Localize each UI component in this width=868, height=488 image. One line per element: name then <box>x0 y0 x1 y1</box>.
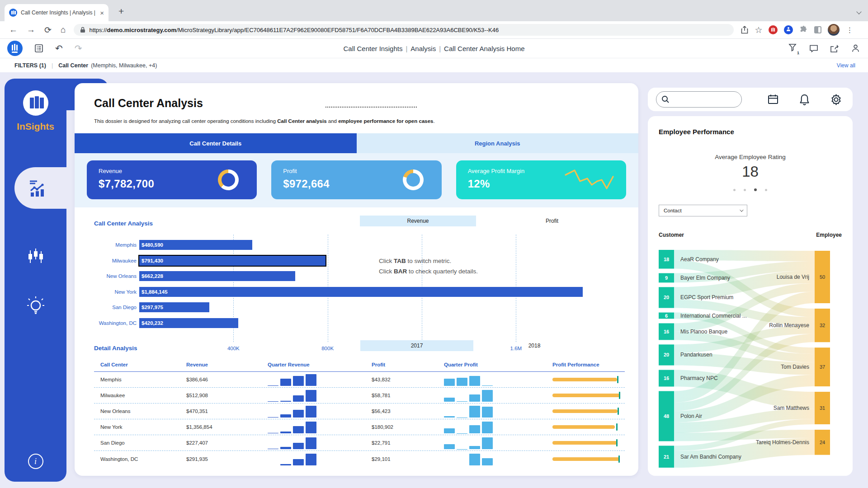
column-header[interactable]: Revenue <box>180 362 261 367</box>
bar-washington-dc[interactable]: $420,232 <box>139 318 238 328</box>
column-header[interactable]: Quarter Profit <box>438 362 546 367</box>
panel-title: Employee Performance <box>659 128 842 136</box>
calendar-icon[interactable] <box>767 94 779 105</box>
tab-call-center-details[interactable]: Call Center Details <box>75 133 357 153</box>
browser-tab[interactable]: Call Center Insights | Analysis | × <box>5 4 108 21</box>
dossier-tabs: Call Center Details Region Analysis <box>75 133 638 153</box>
sidebar-item-candlestick[interactable] <box>5 247 66 268</box>
quarter-mini-chart[interactable] <box>438 389 546 402</box>
tab-close-icon[interactable]: × <box>100 9 104 17</box>
attribute-dropdown[interactable]: Contact <box>659 205 747 216</box>
quarter-mini-chart[interactable] <box>261 453 365 465</box>
cell-call-center: Washington, DC <box>94 456 180 462</box>
node-label: Sar Am Bandhi Company <box>680 454 741 460</box>
pagination-dots[interactable] <box>659 185 842 193</box>
quarter-mini-chart[interactable] <box>261 373 365 386</box>
share-icon[interactable] <box>830 44 840 53</box>
node-value: 21 <box>664 454 669 460</box>
kpi-card-revenue[interactable]: Revenue $7,782,700 <box>87 160 257 199</box>
sidebar-item-analytics-active[interactable] <box>14 167 66 209</box>
sankey-diagram[interactable]: 18AeaR Company9Bayer Elm Company20EGPC S… <box>659 244 842 472</box>
extension-microstrategy-icon[interactable] <box>769 25 778 34</box>
table-of-contents-icon[interactable] <box>34 44 43 53</box>
kpi-card-profit-margin[interactable]: Average Profit Margin 12% <box>456 160 626 199</box>
profile-avatar[interactable] <box>828 24 840 36</box>
view-all-link[interactable]: View all <box>837 62 855 69</box>
insights-logo-icon[interactable] <box>23 90 48 116</box>
bar-value-label: $791,430 <box>142 258 163 263</box>
filter-funnel-icon[interactable]: 1 <box>788 43 797 54</box>
table-row[interactable]: New Orleans$470,351$56,423 <box>94 404 625 419</box>
quarter-mini-chart[interactable] <box>438 436 546 449</box>
metric-tab-revenue[interactable]: Revenue <box>360 216 476 226</box>
share-page-icon[interactable] <box>741 26 748 34</box>
info-icon: i <box>28 454 43 469</box>
quarter-mini-chart[interactable] <box>438 421 546 433</box>
address-bar[interactable]: https://demo.microstrategy.com/MicroStra… <box>74 24 734 36</box>
table-row[interactable]: New York$1,356,854$180,902 <box>94 419 625 435</box>
year-tab-2017[interactable]: 2017 <box>360 340 473 351</box>
profit-performance-bullet <box>552 455 620 463</box>
quarter-mini-chart[interactable] <box>261 405 365 418</box>
quarter-mini-chart[interactable] <box>438 373 546 386</box>
column-header[interactable]: Call Center <box>94 362 180 367</box>
sidebar-item-info[interactable]: i <box>5 454 66 469</box>
table-body: Memphis$386,646$43,832Milwaukee$512,908$… <box>94 372 625 467</box>
extensions-puzzle-icon[interactable] <box>799 26 808 34</box>
column-header[interactable]: Profit Performance <box>546 362 621 367</box>
bar-memphis[interactable]: $480,590 <box>139 240 252 250</box>
year-tab-2018[interactable]: 2018 <box>509 340 559 351</box>
undo-icon[interactable]: ↶ <box>55 43 63 54</box>
quarter-mini-chart[interactable] <box>438 405 546 418</box>
node-label: EGPC Sport Premium <box>680 294 733 300</box>
tab-search-chevron-icon[interactable] <box>857 7 862 12</box>
comments-icon[interactable] <box>809 44 818 53</box>
new-tab-button[interactable]: + <box>118 6 124 17</box>
node-label: Rollin Menayese <box>769 322 809 328</box>
metric-tab-profit[interactable]: Profit <box>529 216 575 226</box>
table-row[interactable]: San Diego$227,407$22,791 <box>94 435 625 451</box>
lock-icon <box>80 27 85 33</box>
quarter-mini-chart[interactable] <box>261 421 365 433</box>
forward-icon[interactable]: → <box>27 25 35 35</box>
cell-profit: $180,902 <box>365 424 438 430</box>
redo-icon[interactable]: ↷ <box>75 43 82 54</box>
profit-performance-bullet <box>552 407 620 415</box>
filter-name[interactable]: Call Center <box>58 62 88 69</box>
bookmark-star-icon[interactable]: ☆ <box>755 25 762 35</box>
cell-revenue: $1,356,854 <box>180 424 261 430</box>
cell-revenue: $291,935 <box>180 456 261 462</box>
reload-icon[interactable]: ⟳ <box>44 25 52 35</box>
sidebar-item-insights[interactable] <box>5 295 66 318</box>
notifications-bell-icon[interactable] <box>799 94 810 106</box>
home-icon[interactable]: ⌂ <box>61 25 66 35</box>
quarter-mini-chart[interactable] <box>438 453 546 465</box>
table-row[interactable]: Washington, DC$291,935$29,101 <box>94 451 625 467</box>
library-logo-icon[interactable] <box>7 41 23 56</box>
filters-label[interactable]: FILTERS (1) <box>14 62 46 69</box>
quarter-mini-chart[interactable] <box>261 436 365 449</box>
back-icon[interactable]: ← <box>9 25 18 35</box>
app-toolbar: ↶ ↷ Call Center Insights|Analysis|Call C… <box>0 39 868 58</box>
column-header[interactable]: Profit <box>365 362 438 367</box>
side-panel-icon[interactable] <box>814 26 821 33</box>
extension-account-icon[interactable] <box>784 25 793 34</box>
settings-gear-icon[interactable] <box>830 94 842 106</box>
column-header[interactable]: Quarter Revenue <box>261 362 365 367</box>
node-label: Pharmacy NPC <box>680 375 718 381</box>
browser-menu-icon[interactable]: ⋮ <box>846 26 853 34</box>
table-row[interactable]: Memphis$386,646$43,832 <box>94 372 625 388</box>
bar-milwaukee[interactable]: $791,430 <box>139 256 326 266</box>
candlestick-chart-icon <box>26 247 46 267</box>
tab-region-analysis[interactable]: Region Analysis <box>357 133 639 153</box>
analytics-chart-icon <box>28 178 47 197</box>
search-input[interactable] <box>656 91 742 108</box>
bar-san-diego[interactable]: $297,975 <box>139 302 209 312</box>
kpi-card-profit[interactable]: Profit $972,664 <box>271 160 441 199</box>
account-icon[interactable] <box>851 44 860 53</box>
profit-performance-bullet <box>552 423 620 431</box>
quarter-mini-chart[interactable] <box>261 389 365 402</box>
bar-new-orleans[interactable]: $662,228 <box>139 271 295 281</box>
bar-new-york[interactable]: $1,884,145 <box>139 287 583 297</box>
table-row[interactable]: Milwaukee$512,908$58,781 <box>94 388 625 404</box>
